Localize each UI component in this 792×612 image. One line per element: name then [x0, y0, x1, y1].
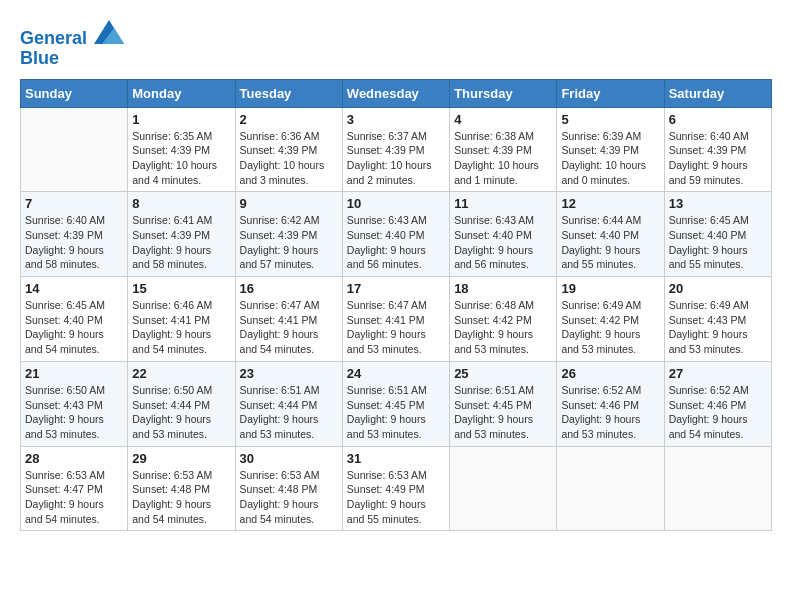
day-info: Sunrise: 6:52 AMSunset: 4:46 PMDaylight:… — [561, 383, 659, 442]
calendar-cell — [664, 446, 771, 531]
day-number: 20 — [669, 281, 767, 296]
day-info: Sunrise: 6:50 AMSunset: 4:44 PMDaylight:… — [132, 383, 230, 442]
day-number: 10 — [347, 196, 445, 211]
day-number: 1 — [132, 112, 230, 127]
calendar-cell: 2Sunrise: 6:36 AMSunset: 4:39 PMDaylight… — [235, 107, 342, 192]
logo-blue-text: Blue — [20, 49, 124, 69]
day-info: Sunrise: 6:51 AMSunset: 4:45 PMDaylight:… — [347, 383, 445, 442]
calendar-cell: 7Sunrise: 6:40 AMSunset: 4:39 PMDaylight… — [21, 192, 128, 277]
calendar-week-4: 21Sunrise: 6:50 AMSunset: 4:43 PMDayligh… — [21, 361, 772, 446]
day-number: 29 — [132, 451, 230, 466]
day-info: Sunrise: 6:52 AMSunset: 4:46 PMDaylight:… — [669, 383, 767, 442]
day-number: 5 — [561, 112, 659, 127]
page-header: General Blue — [20, 20, 772, 69]
calendar-week-1: 1Sunrise: 6:35 AMSunset: 4:39 PMDaylight… — [21, 107, 772, 192]
day-number: 16 — [240, 281, 338, 296]
weekday-header-monday: Monday — [128, 79, 235, 107]
calendar-cell: 27Sunrise: 6:52 AMSunset: 4:46 PMDayligh… — [664, 361, 771, 446]
calendar-cell: 28Sunrise: 6:53 AMSunset: 4:47 PMDayligh… — [21, 446, 128, 531]
calendar-cell: 15Sunrise: 6:46 AMSunset: 4:41 PMDayligh… — [128, 277, 235, 362]
calendar-cell: 18Sunrise: 6:48 AMSunset: 4:42 PMDayligh… — [450, 277, 557, 362]
day-number: 28 — [25, 451, 123, 466]
day-info: Sunrise: 6:43 AMSunset: 4:40 PMDaylight:… — [454, 213, 552, 272]
day-info: Sunrise: 6:37 AMSunset: 4:39 PMDaylight:… — [347, 129, 445, 188]
day-info: Sunrise: 6:47 AMSunset: 4:41 PMDaylight:… — [240, 298, 338, 357]
day-number: 14 — [25, 281, 123, 296]
weekday-header-sunday: Sunday — [21, 79, 128, 107]
calendar-cell: 29Sunrise: 6:53 AMSunset: 4:48 PMDayligh… — [128, 446, 235, 531]
weekday-header-tuesday: Tuesday — [235, 79, 342, 107]
calendar-cell — [557, 446, 664, 531]
day-info: Sunrise: 6:49 AMSunset: 4:42 PMDaylight:… — [561, 298, 659, 357]
calendar-cell: 4Sunrise: 6:38 AMSunset: 4:39 PMDaylight… — [450, 107, 557, 192]
day-number: 9 — [240, 196, 338, 211]
day-info: Sunrise: 6:45 AMSunset: 4:40 PMDaylight:… — [669, 213, 767, 272]
calendar-cell: 10Sunrise: 6:43 AMSunset: 4:40 PMDayligh… — [342, 192, 449, 277]
calendar-cell: 8Sunrise: 6:41 AMSunset: 4:39 PMDaylight… — [128, 192, 235, 277]
calendar-week-3: 14Sunrise: 6:45 AMSunset: 4:40 PMDayligh… — [21, 277, 772, 362]
day-info: Sunrise: 6:50 AMSunset: 4:43 PMDaylight:… — [25, 383, 123, 442]
day-info: Sunrise: 6:53 AMSunset: 4:48 PMDaylight:… — [240, 468, 338, 527]
calendar-cell: 23Sunrise: 6:51 AMSunset: 4:44 PMDayligh… — [235, 361, 342, 446]
day-number: 26 — [561, 366, 659, 381]
day-info: Sunrise: 6:48 AMSunset: 4:42 PMDaylight:… — [454, 298, 552, 357]
calendar-cell: 21Sunrise: 6:50 AMSunset: 4:43 PMDayligh… — [21, 361, 128, 446]
day-info: Sunrise: 6:51 AMSunset: 4:44 PMDaylight:… — [240, 383, 338, 442]
calendar-cell: 24Sunrise: 6:51 AMSunset: 4:45 PMDayligh… — [342, 361, 449, 446]
calendar-table: SundayMondayTuesdayWednesdayThursdayFrid… — [20, 79, 772, 532]
day-number: 23 — [240, 366, 338, 381]
day-number: 19 — [561, 281, 659, 296]
calendar-cell — [450, 446, 557, 531]
logo-icon — [94, 20, 124, 44]
day-info: Sunrise: 6:46 AMSunset: 4:41 PMDaylight:… — [132, 298, 230, 357]
calendar-cell: 26Sunrise: 6:52 AMSunset: 4:46 PMDayligh… — [557, 361, 664, 446]
day-number: 27 — [669, 366, 767, 381]
day-number: 31 — [347, 451, 445, 466]
day-number: 7 — [25, 196, 123, 211]
day-info: Sunrise: 6:36 AMSunset: 4:39 PMDaylight:… — [240, 129, 338, 188]
calendar-body: 1Sunrise: 6:35 AMSunset: 4:39 PMDaylight… — [21, 107, 772, 531]
day-info: Sunrise: 6:47 AMSunset: 4:41 PMDaylight:… — [347, 298, 445, 357]
day-number: 12 — [561, 196, 659, 211]
day-number: 25 — [454, 366, 552, 381]
day-info: Sunrise: 6:40 AMSunset: 4:39 PMDaylight:… — [25, 213, 123, 272]
day-number: 24 — [347, 366, 445, 381]
day-number: 6 — [669, 112, 767, 127]
day-number: 15 — [132, 281, 230, 296]
day-number: 3 — [347, 112, 445, 127]
calendar-cell: 20Sunrise: 6:49 AMSunset: 4:43 PMDayligh… — [664, 277, 771, 362]
calendar-cell — [21, 107, 128, 192]
weekday-header-saturday: Saturday — [664, 79, 771, 107]
day-info: Sunrise: 6:40 AMSunset: 4:39 PMDaylight:… — [669, 129, 767, 188]
day-number: 22 — [132, 366, 230, 381]
calendar-cell: 17Sunrise: 6:47 AMSunset: 4:41 PMDayligh… — [342, 277, 449, 362]
calendar-cell: 25Sunrise: 6:51 AMSunset: 4:45 PMDayligh… — [450, 361, 557, 446]
weekday-header-thursday: Thursday — [450, 79, 557, 107]
calendar-cell: 30Sunrise: 6:53 AMSunset: 4:48 PMDayligh… — [235, 446, 342, 531]
header-row: SundayMondayTuesdayWednesdayThursdayFrid… — [21, 79, 772, 107]
day-info: Sunrise: 6:39 AMSunset: 4:39 PMDaylight:… — [561, 129, 659, 188]
day-number: 17 — [347, 281, 445, 296]
day-info: Sunrise: 6:51 AMSunset: 4:45 PMDaylight:… — [454, 383, 552, 442]
calendar-cell: 31Sunrise: 6:53 AMSunset: 4:49 PMDayligh… — [342, 446, 449, 531]
calendar-cell: 12Sunrise: 6:44 AMSunset: 4:40 PMDayligh… — [557, 192, 664, 277]
calendar-cell: 11Sunrise: 6:43 AMSunset: 4:40 PMDayligh… — [450, 192, 557, 277]
day-number: 11 — [454, 196, 552, 211]
calendar-cell: 9Sunrise: 6:42 AMSunset: 4:39 PMDaylight… — [235, 192, 342, 277]
day-number: 4 — [454, 112, 552, 127]
day-info: Sunrise: 6:53 AMSunset: 4:48 PMDaylight:… — [132, 468, 230, 527]
calendar-header: SundayMondayTuesdayWednesdayThursdayFrid… — [21, 79, 772, 107]
day-info: Sunrise: 6:53 AMSunset: 4:49 PMDaylight:… — [347, 468, 445, 527]
day-number: 2 — [240, 112, 338, 127]
calendar-cell: 5Sunrise: 6:39 AMSunset: 4:39 PMDaylight… — [557, 107, 664, 192]
calendar-cell: 3Sunrise: 6:37 AMSunset: 4:39 PMDaylight… — [342, 107, 449, 192]
day-info: Sunrise: 6:49 AMSunset: 4:43 PMDaylight:… — [669, 298, 767, 357]
calendar-cell: 22Sunrise: 6:50 AMSunset: 4:44 PMDayligh… — [128, 361, 235, 446]
day-info: Sunrise: 6:53 AMSunset: 4:47 PMDaylight:… — [25, 468, 123, 527]
day-number: 8 — [132, 196, 230, 211]
calendar-week-2: 7Sunrise: 6:40 AMSunset: 4:39 PMDaylight… — [21, 192, 772, 277]
day-info: Sunrise: 6:41 AMSunset: 4:39 PMDaylight:… — [132, 213, 230, 272]
day-info: Sunrise: 6:45 AMSunset: 4:40 PMDaylight:… — [25, 298, 123, 357]
calendar-week-5: 28Sunrise: 6:53 AMSunset: 4:47 PMDayligh… — [21, 446, 772, 531]
weekday-header-wednesday: Wednesday — [342, 79, 449, 107]
